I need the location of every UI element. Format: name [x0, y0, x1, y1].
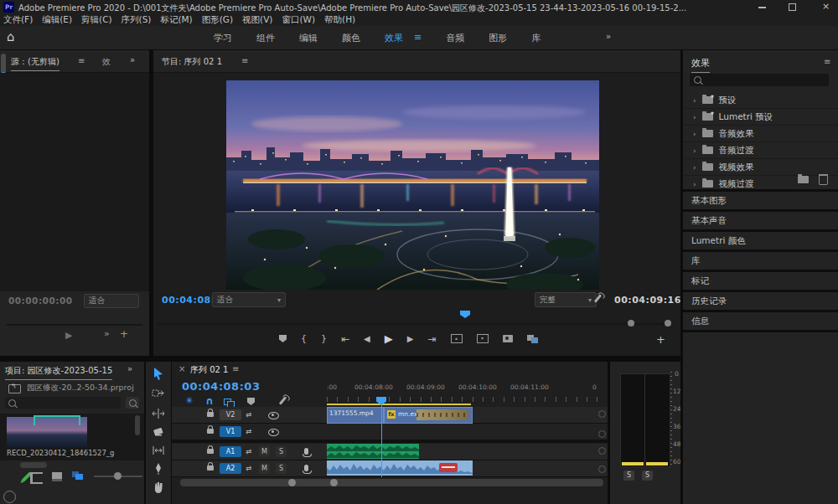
home-icon[interactable]: ⌂ — [7, 29, 15, 44]
add-marker-icon[interactable] — [279, 335, 287, 342]
menu-view[interactable]: 视图(V) — [242, 14, 272, 26]
list-view-icon[interactable] — [30, 472, 43, 484]
menu-window[interactable]: 窗口(W) — [282, 14, 315, 26]
panel-tab-lumetri-color[interactable]: Lumetri 颜色 — [683, 232, 838, 252]
effects-folder-presets[interactable]: › ★ 预设 — [683, 92, 838, 109]
tool-track-select-forward[interactable] — [152, 387, 165, 400]
source-add-button[interactable]: + — [120, 328, 128, 340]
program-tab[interactable]: 节目: 序列 02 1 — [162, 56, 222, 68]
lock-icon[interactable] — [207, 465, 214, 471]
step-forward-icon[interactable]: ▶ — [407, 334, 414, 343]
panel-tab-libraries[interactable]: 库 — [683, 252, 838, 272]
panel-tab-info[interactable]: 信息 — [683, 312, 838, 332]
source-more-icon[interactable]: » — [104, 328, 110, 339]
timeline-timecode[interactable]: 00:04:08:03 — [182, 380, 260, 393]
track-scroll-knob[interactable] — [598, 447, 606, 455]
export-frame-icon[interactable] — [503, 335, 513, 342]
clip-v2-1[interactable]: 1371555.mp4 — [327, 407, 384, 424]
solo-left-button[interactable]: S — [623, 471, 634, 481]
track-output-eye-icon[interactable] — [268, 429, 279, 436]
timeline-horizontal-scrollbar[interactable] — [180, 479, 603, 486]
tool-hand[interactable] — [152, 481, 165, 494]
effects-folder-lumetri-presets[interactable]: › ★ Lumetri 预设 — [683, 109, 838, 126]
track-v2-target[interactable]: V2 — [220, 409, 241, 420]
transport-add-button[interactable]: + — [656, 333, 665, 346]
program-scrollbar[interactable] — [158, 323, 670, 325]
panel-tab-essential-graphics[interactable]: 基本图形 — [683, 192, 838, 212]
mute-button[interactable]: M — [259, 446, 270, 457]
track-scroll-knob[interactable] — [598, 430, 606, 438]
sync-lock-icon[interactable]: ⇄ — [246, 427, 251, 435]
sync-lock-icon[interactable]: ⇄ — [246, 464, 251, 472]
menu-file[interactable]: 文件(F) — [3, 14, 33, 26]
workspace-tab-editing[interactable]: 编辑 — [299, 32, 318, 44]
thumbnail-zoom-knob[interactable] — [114, 472, 122, 480]
project-search-input[interactable] — [5, 397, 121, 409]
program-video-frame[interactable] — [226, 80, 599, 290]
voiceover-mic-icon[interactable] — [304, 465, 308, 471]
track-scroll-knob[interactable] — [598, 410, 606, 418]
nest-toggle-icon[interactable]: ✳ — [185, 395, 193, 406]
menu-edit[interactable]: 编辑(E) — [42, 14, 72, 26]
clip-a2-audio[interactable] — [327, 460, 473, 476]
source-play-icon[interactable]: ▶ — [65, 330, 72, 341]
navigate-up-icon[interactable] — [8, 384, 21, 393]
workspace-tab-color[interactable]: 颜色 — [342, 32, 360, 44]
goto-out-icon[interactable]: ⇥ — [427, 333, 436, 345]
tool-pen[interactable] — [152, 462, 165, 476]
lift-icon[interactable]: ▴ — [451, 334, 463, 343]
timeline-tab[interactable]: 序列 02 1 — [190, 364, 228, 376]
tool-ripple-edit[interactable] — [152, 407, 165, 420]
solo-button[interactable]: S — [276, 463, 287, 474]
workspace-tab-graphics[interactable]: 图形 — [489, 32, 507, 44]
snap-magnet-icon[interactable]: ∩ — [205, 395, 214, 407]
program-zoom-select[interactable]: 适合 ▾ — [212, 292, 286, 307]
track-scroll-knob[interactable] — [598, 465, 606, 473]
program-scrollbar-handle-right[interactable] — [665, 320, 671, 327]
timeline-panel-menu-icon[interactable]: ≡ — [232, 364, 239, 373]
workspace-tab-audio[interactable]: 音频 — [446, 32, 464, 44]
effects-search-input[interactable] — [690, 74, 829, 86]
project-vertical-scrollbar[interactable] — [135, 415, 140, 435]
menu-markers[interactable]: 标记(M) — [160, 14, 192, 26]
workspace-tab-learning[interactable]: 学习 — [214, 32, 232, 44]
program-resolution-select[interactable]: 完整 ▾ — [535, 292, 597, 307]
panel-tab-essential-sound[interactable]: 基本声音 — [683, 212, 838, 232]
track-output-eye-icon[interactable] — [268, 412, 279, 419]
timeline-settings-wrench-icon[interactable] — [279, 396, 287, 404]
sync-lock-icon[interactable]: ⇄ — [246, 447, 251, 455]
workspace-tab-assembly[interactable]: 组件 — [256, 32, 275, 44]
panel-tab-markers[interactable]: 标记 — [683, 272, 838, 292]
effects-folder-audio-transitions[interactable]: › 音频过渡 — [683, 142, 838, 159]
panel-tab-history[interactable]: 历史记录 — [683, 292, 838, 312]
source-hidden-tab[interactable]: 效 — [102, 56, 111, 68]
lock-icon[interactable] — [207, 412, 214, 417]
project-tab-overflow-icon[interactable]: » — [127, 364, 132, 373]
source-timecode[interactable]: 00:00:00:00 — [8, 296, 73, 306]
menu-help[interactable]: 帮助(H) — [324, 14, 355, 26]
comparison-view-icon[interactable] — [527, 335, 539, 343]
timeline-zoom-handle-left[interactable] — [288, 479, 296, 486]
clip-a1-audio[interactable] — [327, 444, 419, 459]
source-tab-overflow-icon[interactable]: » — [130, 55, 135, 64]
new-bin-icon[interactable] — [798, 176, 809, 183]
menu-clip[interactable]: 剪辑(C) — [81, 14, 112, 26]
freeform-view-icon[interactable] — [52, 472, 62, 481]
menu-sequence[interactable]: 序列(S) — [122, 14, 152, 26]
source-panel-menu-icon[interactable]: ≡ — [78, 56, 85, 65]
lock-icon[interactable] — [207, 449, 214, 454]
extract-icon[interactable]: ▾ — [477, 334, 489, 343]
search-bin-button[interactable] — [126, 397, 139, 409]
play-icon[interactable]: ▶ — [385, 332, 393, 345]
linked-selection-icon[interactable] — [224, 399, 234, 407]
project-tab[interactable]: 项目: 园区修改-2023-05-15 — [5, 365, 112, 380]
solo-right-button[interactable]: S — [642, 471, 653, 481]
workspace-overflow-icon[interactable]: » — [606, 32, 611, 41]
effects-folder-video-effects[interactable]: › 视频效果 — [683, 159, 838, 176]
goto-in-icon[interactable]: ⇤ — [341, 333, 349, 345]
source-zoom-select[interactable]: 适合 — [84, 294, 139, 308]
effects-folder-audio-effects[interactable]: › 音频效果 — [683, 126, 838, 142]
workspace-tab-effects[interactable]: 效果 — [385, 32, 403, 44]
tool-razor[interactable] — [152, 425, 165, 439]
menu-graphics[interactable]: 图形(G) — [202, 14, 233, 26]
